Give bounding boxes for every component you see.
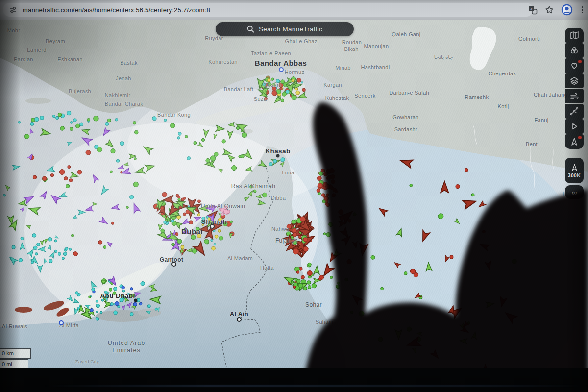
browser-actions: A [528,2,585,17]
hand-silhouette [0,0,588,392]
browser-menu-icon[interactable] [580,6,585,14]
bezel-reflection [44,385,588,387]
browser-toolbar: marinetraffic.com/en/ais/home/centerx:56… [0,0,588,20]
svg-text:A: A [530,6,533,11]
profile-avatar[interactable] [561,4,573,16]
map-canvas[interactable]: MohrBeyramLamerdParsianEshkananBastakJen… [0,0,588,392]
bookmark-star-icon[interactable] [544,5,554,15]
translate-icon[interactable]: A [528,5,538,15]
url-bar[interactable]: marinetraffic.com/en/ais/home/centerx:56… [3,3,533,17]
screen-photo: MohrBeyramLamerdParsianEshkananBastakJen… [0,0,588,392]
site-settings-icon[interactable] [9,5,18,14]
url-text[interactable]: marinetraffic.com/en/ais/home/centerx:56… [23,6,210,14]
monitor-bezel [0,368,588,392]
